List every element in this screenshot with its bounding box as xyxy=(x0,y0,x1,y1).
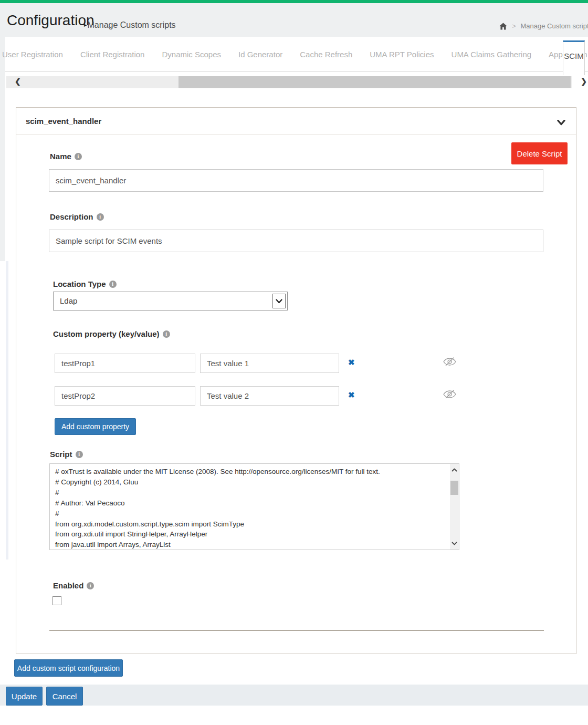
custom-property-row: ✖ xyxy=(16,386,576,406)
tab-uma-claims-gathering[interactable]: UMA Claims Gathering xyxy=(452,37,532,71)
info-icon: i xyxy=(109,281,117,288)
info-icon: i xyxy=(75,153,82,160)
location-type-select[interactable]: Ldap xyxy=(53,292,288,310)
property-value-input[interactable] xyxy=(200,386,339,406)
description-label: Description i xyxy=(50,212,104,221)
breadcrumb-current: Manage Custom scripts xyxy=(520,22,588,30)
script-scrollbar xyxy=(450,464,459,550)
property-key-input[interactable] xyxy=(55,386,195,406)
description-input[interactable] xyxy=(49,230,543,252)
tab-scrollbar-thumb[interactable] xyxy=(178,76,571,88)
page-title: Configuration xyxy=(7,12,94,29)
page-header: Configuration ▸Manage Custom scripts > M… xyxy=(0,3,588,37)
property-value-input[interactable] xyxy=(200,354,339,373)
eye-slash-icon[interactable] xyxy=(443,389,457,402)
tab-bar: User Registration Client Registration Dy… xyxy=(5,37,588,72)
delete-script-button[interactable]: Delete Script xyxy=(511,142,568,164)
custom-property-label-text: Custom property (key/value) xyxy=(53,329,160,338)
location-type-value: Ldap xyxy=(60,292,77,310)
script-label: Script i xyxy=(50,450,83,459)
script-label-text: Script xyxy=(50,450,72,459)
panel-header[interactable]: scim_event_handler xyxy=(16,108,576,135)
add-custom-property-button[interactable]: Add custom property xyxy=(55,418,136,435)
tab-id-generator[interactable]: Id Generator xyxy=(238,37,282,71)
tab-scroll-left-icon[interactable]: ❮ xyxy=(15,77,21,86)
breadcrumb: > Manage Custom scripts xyxy=(499,22,588,30)
remove-property-icon[interactable]: ✖ xyxy=(348,390,355,400)
select-dropdown-icon[interactable] xyxy=(272,294,286,308)
home-icon[interactable] xyxy=(499,23,507,30)
script-editor: # oxTrust is available under the MIT Lic… xyxy=(49,463,459,550)
info-icon: i xyxy=(87,582,94,589)
tab-scroll-right-icon[interactable]: ❯ xyxy=(581,77,587,86)
footer-action-bar: Update Cancel xyxy=(0,685,588,706)
tab-cache-refresh[interactable]: Cache Refresh xyxy=(300,37,352,71)
scrollbar-thumb[interactable] xyxy=(450,481,458,495)
info-icon: i xyxy=(76,451,83,458)
chevron-down-icon[interactable] xyxy=(557,118,565,128)
scroll-up-icon[interactable] xyxy=(450,465,459,474)
custom-property-row: ✖ xyxy=(16,354,576,374)
description-label-text: Description xyxy=(50,212,93,221)
property-key-input[interactable] xyxy=(55,354,195,373)
location-type-label: Location Type i xyxy=(53,279,117,288)
enabled-checkbox[interactable] xyxy=(52,596,61,605)
script-textarea[interactable]: # oxTrust is available under the MIT Lic… xyxy=(50,464,450,550)
update-button[interactable]: Update xyxy=(6,687,43,706)
eye-slash-icon[interactable] xyxy=(443,356,457,369)
script-panel: scim_event_handler Delete Script Name i … xyxy=(16,107,576,654)
panel-title: scim_event_handler xyxy=(26,108,101,135)
page-subtitle-text: Manage Custom scripts xyxy=(88,20,176,29)
tab-scrollbar: ❮ ❯ xyxy=(5,76,588,88)
custom-property-label: Custom property (key/value) i xyxy=(53,329,170,338)
enabled-label-text: Enabled xyxy=(53,581,83,590)
cancel-button[interactable]: Cancel xyxy=(46,687,83,706)
info-icon: i xyxy=(97,213,104,221)
name-label: Name i xyxy=(50,152,82,161)
tab-user-registration[interactable]: User Registration xyxy=(2,37,63,71)
page-subtitle: ▸Manage Custom scripts xyxy=(84,20,176,30)
add-custom-script-configuration-button[interactable]: Add custom script configuration xyxy=(14,659,123,677)
tab-scim-active[interactable]: SCIM xyxy=(563,40,585,75)
divider xyxy=(49,630,544,631)
scroll-down-icon[interactable] xyxy=(450,539,459,548)
tab-uma-rpt-policies[interactable]: UMA RPT Policies xyxy=(370,37,434,71)
name-input[interactable] xyxy=(49,169,543,192)
location-type-label-text: Location Type xyxy=(53,279,106,288)
layout-strip xyxy=(6,261,8,560)
subtitle-arrow-icon: ▸ xyxy=(84,22,87,28)
remove-property-icon[interactable]: ✖ xyxy=(348,358,355,367)
tab-dynamic-scopes[interactable]: Dynamic Scopes xyxy=(162,37,221,71)
enabled-label: Enabled i xyxy=(53,581,94,590)
info-icon: i xyxy=(163,330,170,338)
breadcrumb-separator: > xyxy=(512,23,516,30)
tab-client-registration[interactable]: Client Registration xyxy=(80,37,145,71)
name-label-text: Name xyxy=(50,152,71,161)
